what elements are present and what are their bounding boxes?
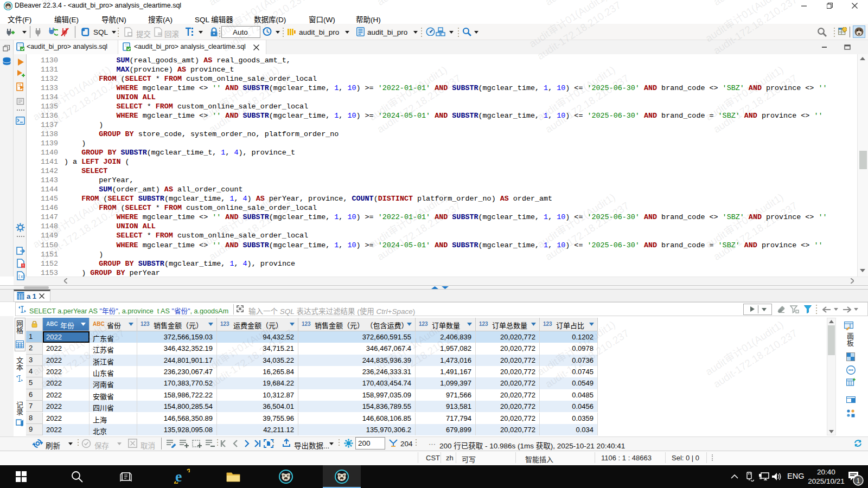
svg-text:e: e bbox=[175, 468, 182, 484]
svg-text:1: 1 bbox=[857, 477, 860, 485]
